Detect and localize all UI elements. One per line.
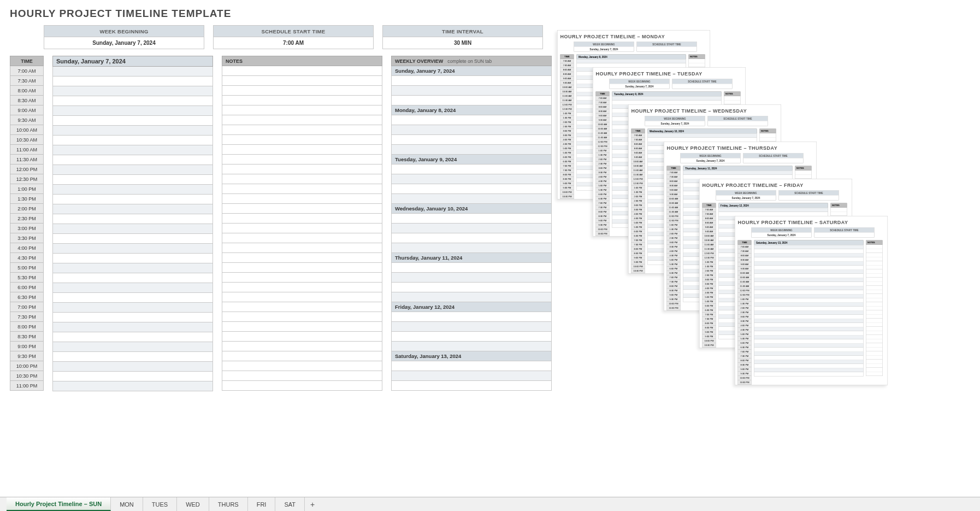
- schedule-cell[interactable]: [52, 283, 213, 293]
- banner-interval-value[interactable]: 30 MIN: [383, 37, 542, 49]
- notes-cell[interactable]: [222, 253, 382, 263]
- notes-cell[interactable]: [222, 125, 382, 135]
- notes-cell[interactable]: [222, 273, 382, 283]
- schedule-cell[interactable]: [52, 224, 213, 234]
- schedule-cell[interactable]: [52, 126, 213, 136]
- notes-cell[interactable]: [222, 302, 382, 312]
- week-overview-cell[interactable]: [391, 214, 552, 224]
- week-overview-cell[interactable]: [391, 194, 552, 204]
- schedule-cell[interactable]: [52, 106, 213, 116]
- schedule-cell[interactable]: [52, 234, 213, 244]
- week-overview-cell[interactable]: [391, 184, 552, 194]
- schedule-cell[interactable]: [52, 332, 213, 342]
- week-overview-cell[interactable]: [391, 174, 552, 184]
- schedule-cell[interactable]: [52, 362, 213, 372]
- notes-cell[interactable]: [222, 135, 382, 145]
- schedule-cell[interactable]: [52, 263, 213, 273]
- week-overview-cell[interactable]: [391, 342, 552, 351]
- schedule-cell[interactable]: [52, 273, 213, 283]
- week-overview-cell[interactable]: [391, 243, 552, 253]
- notes-cell[interactable]: [222, 184, 382, 194]
- sheet-tab[interactable]: TUES: [143, 497, 177, 511]
- week-overview-cell[interactable]: [391, 96, 552, 105]
- sheet-tab[interactable]: Hourly Project Timeline – SUN: [7, 497, 111, 511]
- schedule-cell[interactable]: [52, 352, 213, 362]
- notes-cell[interactable]: [222, 214, 382, 224]
- week-overview-cell[interactable]: [391, 76, 552, 86]
- week-overview-cell[interactable]: [391, 224, 552, 233]
- schedule-cell[interactable]: [52, 165, 213, 175]
- notes-cell[interactable]: [222, 174, 382, 184]
- notes-cell[interactable]: [222, 105, 382, 115]
- schedule-cell[interactable]: [52, 155, 213, 165]
- schedule-cell[interactable]: [52, 86, 213, 96]
- week-overview-cell[interactable]: [391, 381, 552, 391]
- week-overview-cell[interactable]: [391, 273, 552, 283]
- notes-cell[interactable]: [222, 224, 382, 233]
- notes-cell[interactable]: [222, 283, 382, 292]
- week-overview-cell[interactable]: [391, 283, 552, 292]
- banner-start-time-value[interactable]: 7:00 AM: [214, 37, 373, 49]
- week-overview-cell[interactable]: [391, 322, 552, 332]
- notes-cell[interactable]: [222, 351, 382, 361]
- notes-cell[interactable]: [222, 361, 382, 371]
- week-overview-cell[interactable]: [391, 125, 552, 135]
- week-overview-cell[interactable]: [391, 263, 552, 273]
- schedule-cell[interactable]: [52, 136, 213, 145]
- schedule-cell[interactable]: [52, 254, 213, 263]
- sheet-tab[interactable]: WED: [177, 497, 209, 511]
- notes-cell[interactable]: [222, 66, 382, 76]
- notes-cell[interactable]: [222, 292, 382, 302]
- schedule-cell[interactable]: [52, 185, 213, 195]
- schedule-cell[interactable]: [52, 175, 213, 185]
- schedule-cell[interactable]: [52, 204, 213, 214]
- notes-cell[interactable]: [222, 145, 382, 155]
- week-overview-cell[interactable]: [391, 361, 552, 371]
- week-overview-cell[interactable]: [391, 86, 552, 96]
- notes-cell[interactable]: [222, 115, 382, 125]
- day-thumbnail[interactable]: HOURLY PROJECT TIMELINE – SATURDAYWEEK B…: [735, 216, 888, 385]
- schedule-cell[interactable]: [52, 96, 213, 106]
- sheet-tab[interactable]: MON: [111, 497, 143, 511]
- notes-cell[interactable]: [222, 381, 382, 391]
- week-overview-cell[interactable]: [391, 115, 552, 125]
- week-overview-cell[interactable]: [391, 371, 552, 381]
- banner-week-beginning-value[interactable]: Sunday, January 7, 2024: [44, 37, 204, 49]
- notes-cell[interactable]: [222, 204, 382, 214]
- schedule-cell[interactable]: [52, 244, 213, 254]
- schedule-cell[interactable]: [52, 214, 213, 224]
- notes-cell[interactable]: [222, 263, 382, 273]
- sheet-tab[interactable]: FRI: [248, 497, 276, 511]
- schedule-cell[interactable]: [52, 303, 213, 313]
- week-overview-cell[interactable]: [391, 165, 552, 174]
- notes-cell[interactable]: [222, 86, 382, 96]
- add-sheet-button[interactable]: +: [305, 497, 320, 511]
- schedule-cell[interactable]: [52, 381, 213, 391]
- notes-cell[interactable]: [222, 332, 382, 342]
- week-overview-cell[interactable]: [391, 332, 552, 342]
- notes-cell[interactable]: [222, 312, 382, 322]
- notes-cell[interactable]: [222, 155, 382, 165]
- week-overview-cell[interactable]: [391, 135, 552, 145]
- notes-cell[interactable]: [222, 371, 382, 381]
- notes-cell[interactable]: [222, 76, 382, 86]
- notes-cell[interactable]: [222, 194, 382, 204]
- schedule-cell[interactable]: [52, 195, 213, 204]
- week-overview-cell[interactable]: [391, 233, 552, 243]
- notes-cell[interactable]: [222, 96, 382, 105]
- schedule-cell[interactable]: [52, 342, 213, 352]
- week-overview-cell[interactable]: [391, 312, 552, 322]
- notes-cell[interactable]: [222, 243, 382, 253]
- notes-cell[interactable]: [222, 322, 382, 332]
- schedule-cell[interactable]: [52, 293, 213, 303]
- schedule-cell[interactable]: [52, 67, 213, 77]
- sheet-tab[interactable]: SAT: [275, 497, 305, 511]
- notes-cell[interactable]: [222, 233, 382, 243]
- schedule-cell[interactable]: [52, 77, 213, 86]
- week-overview-cell[interactable]: [391, 145, 552, 155]
- schedule-cell[interactable]: [52, 372, 213, 381]
- sheet-tab[interactable]: THURS: [209, 497, 248, 511]
- schedule-cell[interactable]: [52, 322, 213, 332]
- schedule-cell[interactable]: [52, 313, 213, 322]
- schedule-cell[interactable]: [52, 145, 213, 155]
